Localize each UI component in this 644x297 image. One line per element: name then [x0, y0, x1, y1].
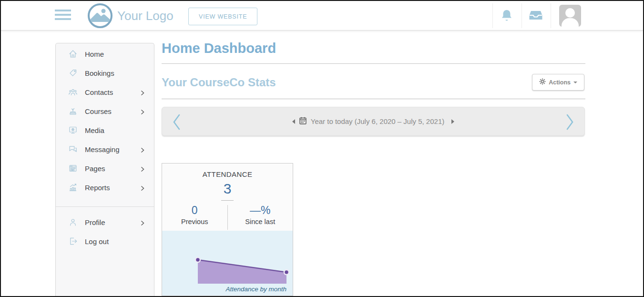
notifications-button[interactable]	[492, 1, 521, 31]
tag-icon	[68, 68, 78, 78]
logout-icon	[68, 236, 78, 246]
contacts-icon	[68, 87, 78, 97]
chevron-right-icon	[141, 184, 144, 193]
profile-icon	[68, 217, 78, 227]
sidebar-item-messaging[interactable]: Messaging	[56, 140, 154, 159]
previous-range-button[interactable]	[172, 113, 182, 133]
sidebar-item-label: Courses	[85, 107, 112, 115]
brand-logo[interactable]: Your Logo	[88, 3, 174, 28]
section-title: Your CourseCo Stats	[162, 76, 276, 89]
sidebar-item-label: Home	[85, 50, 104, 58]
previous-value: 0	[162, 204, 227, 217]
app-window: Your Logo VIEW WEBSITE	[0, 0, 644, 297]
calendar-icon	[299, 117, 307, 126]
sidebar-item-label: Profile	[85, 218, 105, 226]
sidebar-item-reports[interactable]: Reports	[56, 178, 154, 197]
logo-text: Your Logo	[117, 9, 174, 23]
step-back-icon[interactable]	[292, 119, 295, 124]
chevron-right-icon	[141, 108, 144, 117]
chevron-right-icon	[141, 146, 144, 155]
sidebar-item-logout[interactable]: Log out	[56, 232, 154, 251]
sidebar-item-bookings[interactable]: Bookings	[56, 63, 154, 82]
sidebar-item-contacts[interactable]: Contacts	[56, 82, 154, 102]
sidebar-item-courses[interactable]: Courses	[56, 102, 154, 121]
step-forward-icon[interactable]	[451, 119, 454, 124]
user-avatar[interactable]	[559, 5, 581, 27]
sidebar-nav: Home Bookings Contacts Courses	[55, 43, 154, 296]
reports-icon	[68, 183, 78, 192]
courses-icon	[68, 106, 78, 116]
sidebar-item-label: Contacts	[85, 88, 113, 96]
sidebar-item-label: Reports	[85, 184, 110, 192]
view-website-button[interactable]: VIEW WEBSITE	[188, 8, 257, 25]
attendance-area-fill	[198, 260, 286, 284]
sidebar-item-profile[interactable]: Profile	[56, 213, 154, 232]
previous-label: Previous	[162, 218, 227, 225]
header-divider	[551, 3, 551, 28]
stat-title: ATTENDANCE	[162, 164, 293, 178]
next-range-button[interactable]	[564, 113, 575, 133]
messaging-icon	[68, 144, 78, 154]
media-icon	[68, 125, 78, 135]
sidebar-item-media[interactable]: Media	[56, 121, 154, 140]
attendance-chart-label: Attendance by month	[225, 286, 286, 293]
bell-icon	[501, 9, 512, 23]
title-divider	[162, 63, 585, 64]
chevron-right-icon	[141, 219, 144, 228]
gear-icon	[539, 78, 546, 86]
sidebar-item-home[interactable]: Home	[56, 44, 154, 63]
page-title: Home Dashboard	[162, 41, 276, 56]
top-header: Your Logo VIEW WEBSITE	[1, 1, 643, 31]
chevron-right-icon	[141, 165, 144, 174]
previous-stat: 0 Previous	[162, 204, 227, 230]
logo-image-icon	[88, 3, 112, 28]
chevron-right-icon	[141, 89, 144, 98]
stat-value-divider	[221, 200, 234, 201]
sidebar-item-label: Pages	[85, 164, 105, 173]
date-range-label: Year to today (July 6, 2020 – July 5, 20…	[311, 117, 444, 125]
since-last-value: —%	[228, 204, 293, 217]
attendance-stat-card[interactable]: ATTENDANCE 3 0 Previous —% Since last At	[162, 163, 293, 296]
inbox-icon	[529, 10, 543, 22]
since-last-stat: —% Since last	[228, 204, 293, 230]
inbox-button[interactable]	[521, 1, 550, 31]
sidebar-item-label: Bookings	[85, 69, 114, 77]
sidebar-divider	[56, 206, 154, 207]
actions-button-label: Actions	[549, 79, 571, 86]
actions-button[interactable]: Actions	[532, 74, 584, 91]
date-range-bar: Year to today (July 6, 2020 – July 5, 20…	[162, 107, 585, 136]
sidebar-item-label: Messaging	[85, 145, 120, 154]
sidebar-item-pages[interactable]: Pages	[56, 159, 154, 178]
attendance-card-top: ATTENDANCE 3 0 Previous —% Since last	[162, 164, 293, 231]
since-last-label: Since last	[228, 218, 293, 225]
attendance-data-point	[284, 270, 289, 275]
sidebar-item-label: Media	[85, 126, 104, 134]
stat-value: 3	[162, 181, 293, 197]
pages-icon	[68, 164, 78, 173]
caret-down-icon	[573, 82, 577, 83]
attendance-data-point	[195, 257, 200, 262]
attendance-chart-panel: Attendance by month	[162, 231, 293, 296]
sidebar-item-label: Log out	[85, 237, 109, 246]
hamburger-menu-icon[interactable]	[55, 10, 71, 20]
home-icon	[68, 49, 78, 59]
section-divider	[162, 99, 585, 99]
